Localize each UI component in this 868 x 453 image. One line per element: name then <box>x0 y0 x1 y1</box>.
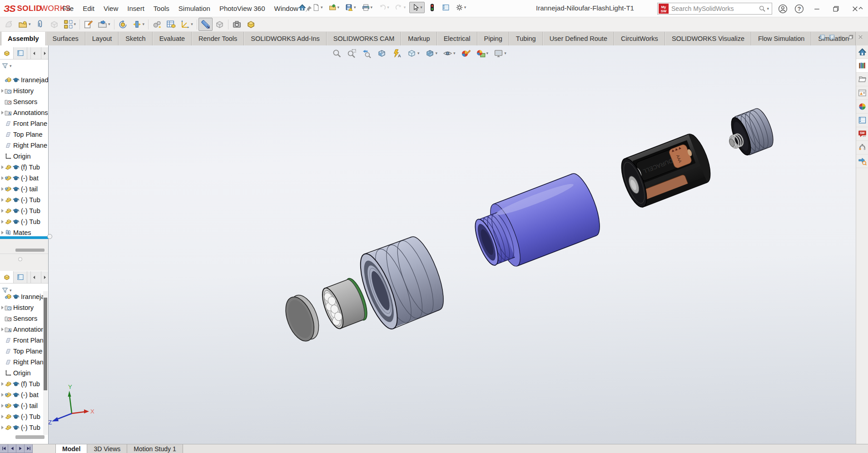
expand-arrow-icon[interactable] <box>0 382 5 386</box>
home-button[interactable] <box>296 2 308 13</box>
part-body-tube[interactable] <box>467 170 605 276</box>
dropdown-arrow-icon[interactable]: ▾ <box>404 5 406 10</box>
file-properties-button[interactable] <box>440 2 452 13</box>
view-orientation-button[interactable]: ▾ <box>405 47 422 60</box>
tree-item-irannejad-niloufar-flashlight-t1[interactable]: Irannejad-Niloufar-FlashLight-T1 <box>0 291 43 302</box>
bill-of-materials-button[interactable] <box>164 18 178 31</box>
filter-dropdown-arrow-icon[interactable]: ▾ <box>10 64 12 68</box>
tree-scrollbar[interactable] <box>43 291 48 435</box>
insert-components-button[interactable]: ▾ <box>16 18 33 31</box>
filter-icon[interactable] <box>1 62 9 70</box>
dropdown-arrow-icon[interactable]: ▾ <box>321 5 323 10</box>
featuremanager-tab[interactable] <box>0 47 14 59</box>
tree-item-front-plane[interactable]: Front Plane <box>0 118 48 129</box>
display-pane-tab-2[interactable] <box>14 271 27 283</box>
section-view-button[interactable] <box>375 47 388 60</box>
dropdown-arrow-icon[interactable]: ▾ <box>453 51 456 55</box>
panel-scroll-right-button-2[interactable] <box>41 271 48 283</box>
mate-button[interactable] <box>33 18 47 31</box>
rebuild-traffic-light-button[interactable] <box>426 2 438 13</box>
expand-arrow-icon[interactable] <box>0 198 5 202</box>
expand-arrow-icon[interactable] <box>0 220 5 224</box>
tree-item-top-plane[interactable]: Top Plane <box>0 129 48 140</box>
ribbon-tab-sketch[interactable]: Sketch <box>119 32 152 45</box>
menu-photoview-360[interactable]: PhotoView 360 <box>215 0 270 17</box>
taskpane-custom-properties-button[interactable] <box>856 114 868 127</box>
search-box[interactable]: MySW ▾ <box>657 3 772 15</box>
taskpane-appearances-scenes-button[interactable] <box>856 100 868 114</box>
tree-item-sensors[interactable]: Sensors <box>0 96 48 107</box>
tree-item-history[interactable]: History <box>0 85 48 96</box>
toolbar-collapse-button[interactable] <box>857 4 864 12</box>
smart-fasteners-button[interactable] <box>81 18 95 31</box>
dropdown-arrow-icon[interactable]: ▾ <box>464 5 466 10</box>
ribbon-tab-tubing[interactable]: Tubing <box>509 32 543 45</box>
tree-item-irannejad-niloufar-flashlight-t1[interactable]: Irannejad-Niloufar-FlashLight-T1 <box>0 75 48 85</box>
bottom-tab-model[interactable]: Model <box>55 444 87 453</box>
dropdown-arrow-icon[interactable]: ▾ <box>504 51 506 55</box>
tree-item-tail[interactable]: (-) tail <box>0 184 48 194</box>
part-battery-pack[interactable]: DURACELL AAA <box>616 131 715 210</box>
tab-scroll-next-button[interactable] <box>16 444 25 453</box>
taskpane-home-button[interactable] <box>856 45 868 59</box>
tree-item-origin[interactable]: Origin <box>0 368 43 378</box>
hide-show-items-button[interactable]: ▾ <box>441 47 457 60</box>
dropdown-arrow-icon[interactable]: ▾ <box>108 22 110 26</box>
isolate-button[interactable] <box>47 18 61 31</box>
tree-filter-top[interactable]: ▾ <box>0 60 48 71</box>
display-style-button[interactable]: ▾ <box>423 47 440 60</box>
graphics-area[interactable]: DURACELL AAA <box>49 45 856 444</box>
linear-component-pattern-button[interactable]: ▾ <box>61 18 79 31</box>
ribbon-tab-layout[interactable]: Layout <box>85 32 119 45</box>
user-account-button[interactable] <box>775 0 790 17</box>
ribbon-tab-circuitworks[interactable]: CircuitWorks <box>614 32 665 45</box>
window-restore-button[interactable] <box>827 0 845 17</box>
tree-item-tub[interactable]: (-) Tub <box>0 411 43 422</box>
help-button[interactable] <box>791 0 807 17</box>
featuremanager-tab-2[interactable] <box>0 271 14 283</box>
panel-splitter-bar[interactable] <box>0 236 48 239</box>
save-document-button[interactable]: ▾ <box>343 2 358 13</box>
dropdown-arrow-icon[interactable]: ▾ <box>420 5 422 10</box>
search-input[interactable] <box>670 5 759 13</box>
expand-arrow-icon[interactable] <box>0 89 5 93</box>
menu-tools[interactable]: Tools <box>149 0 174 17</box>
tree-item-annotations[interactable]: Annotations <box>0 324 43 335</box>
tab-scroll-previous-button[interactable] <box>8 444 16 453</box>
taskpane-defeature-button[interactable] <box>856 141 868 154</box>
menu-file[interactable]: File <box>58 0 78 17</box>
exploded-view-button[interactable] <box>198 18 213 31</box>
ribbon-tab-solidworks-add-ins[interactable]: SOLIDWORKS Add-Ins <box>244 32 327 45</box>
expand-arrow-icon[interactable] <box>0 176 5 180</box>
edit-appearance-button[interactable] <box>459 47 472 60</box>
dropdown-arrow-icon[interactable]: ▾ <box>371 5 373 10</box>
part-head-bezel[interactable] <box>353 232 451 333</box>
tree-item-tail[interactable]: (-) tail <box>0 400 43 411</box>
search-dropdown-arrow-icon[interactable]: ▾ <box>766 6 772 11</box>
tree-scrollbar-thumb[interactable] <box>44 298 47 390</box>
bottom-tab-3d-views[interactable]: 3D Views <box>87 444 127 453</box>
doc-close-icon[interactable] <box>858 34 863 40</box>
part-lens[interactable] <box>280 291 324 345</box>
ribbon-tab-markup[interactable]: Markup <box>401 32 436 45</box>
menu-insert[interactable]: Insert <box>123 0 149 17</box>
tree-item-origin[interactable]: Origin <box>0 151 48 162</box>
redo-button[interactable]: ▾ <box>393 2 408 13</box>
dropdown-arrow-icon[interactable]: ▾ <box>29 22 31 26</box>
tree-item-history[interactable]: History <box>0 302 43 313</box>
ribbon-tab-evaluate[interactable]: Evaluate <box>153 32 192 45</box>
panel-scroll-left-button[interactable] <box>30 47 38 59</box>
ribbon-tab-solidworks-cam[interactable]: SOLIDWORKS CAM <box>327 32 402 45</box>
ribbon-tab-piping[interactable]: Piping <box>477 32 509 45</box>
expand-arrow-icon[interactable] <box>0 404 5 408</box>
dropdown-arrow-icon[interactable]: ▾ <box>191 22 193 26</box>
dropdown-arrow-icon[interactable]: ▾ <box>74 22 76 26</box>
view-settings-button[interactable]: ▾ <box>492 47 508 60</box>
tab-scroll-last-button[interactable] <box>25 444 33 453</box>
apply-scene-button[interactable]: ▾ <box>474 47 491 60</box>
expand-arrow-icon[interactable] <box>0 231 5 234</box>
reference-geometry-button[interactable]: ▾ <box>178 18 195 31</box>
expand-arrow-icon[interactable] <box>0 165 5 169</box>
display-pane-tab[interactable] <box>14 47 27 59</box>
pane-icon[interactable] <box>819 34 825 40</box>
